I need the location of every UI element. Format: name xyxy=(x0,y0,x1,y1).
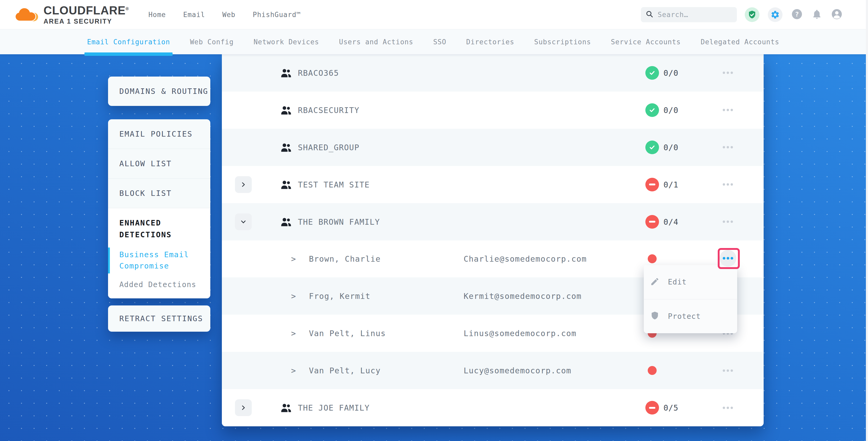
status-badge xyxy=(645,178,659,191)
table-row-user: > Van Pelt, Lucy Lucy@somedemocorp.com xyxy=(222,352,764,389)
tab-email-configuration[interactable]: Email Configuration xyxy=(85,29,173,54)
member-count: 0/5 xyxy=(663,403,678,412)
help-icon[interactable]: ? xyxy=(791,8,803,21)
tab-web-config[interactable]: Web Config xyxy=(187,29,236,54)
top-nav-item[interactable]: PhishGuard™ xyxy=(253,11,301,19)
status-badge xyxy=(645,66,659,80)
group-name: THE BROWN FAMILY xyxy=(298,217,380,226)
user-email: Charlie@somedemocorp.com xyxy=(464,254,587,263)
chevron-right-icon[interactable]: > xyxy=(291,329,296,338)
chevron-right-icon[interactable]: > xyxy=(291,291,296,301)
gear-icon[interactable] xyxy=(768,7,782,22)
pencil-icon xyxy=(650,277,659,287)
cloudflare-logo[interactable]: CLOUDFLARE® AREA 1 SECURITY xyxy=(15,5,129,25)
expand-chevron-button[interactable] xyxy=(235,399,252,416)
sidebar-item-allow-list[interactable]: ALLOW LIST xyxy=(108,149,210,179)
row-menu-button[interactable] xyxy=(717,400,738,416)
user-name: Frog, Kermit xyxy=(309,291,371,301)
menu-item-edit[interactable]: Edit xyxy=(644,265,737,299)
top-nav: HomeEmailWebPhishGuard™ xyxy=(148,11,301,19)
user-email: Linus@somedemocorp.com xyxy=(464,329,577,338)
menu-item-label: Edit xyxy=(668,278,686,286)
sidebar-section-enhanced-detections: ENHANCED DETECTIONS Business Email Compr… xyxy=(108,208,210,298)
tab-network-devices[interactable]: Network Devices xyxy=(251,29,322,54)
user-email: Kermit@somedemocorp.com xyxy=(464,291,582,301)
user-email: Lucy@somedemocorp.com xyxy=(464,366,571,375)
chevron-right-icon[interactable]: > xyxy=(291,366,296,375)
sidebar-item-retract-settings[interactable]: RETRACT SETTINGS xyxy=(108,314,203,323)
top-nav-item[interactable]: Email xyxy=(183,11,205,19)
group-icon xyxy=(281,403,291,413)
sidebar-card-policies: EMAIL POLICIES ALLOW LIST BLOCK LIST ENH… xyxy=(108,119,210,298)
context-menu: EditProtect xyxy=(644,265,737,333)
tab-service-accounts[interactable]: Service Accounts xyxy=(609,29,683,54)
shield-check-icon[interactable] xyxy=(745,7,760,22)
alert-dot xyxy=(648,366,657,375)
alert-dot xyxy=(648,254,657,263)
tab-sso[interactable]: SSO xyxy=(431,29,449,54)
sidebar-item-business-email-compromise[interactable]: Business Email Compromise xyxy=(108,248,199,274)
cloudflare-cloud-icon xyxy=(15,6,39,23)
table-row-group: RBACSECURITY 0/0 xyxy=(222,92,764,129)
expand-chevron-button[interactable] xyxy=(235,213,252,230)
shield-icon xyxy=(650,311,659,321)
sidebar-item-domains-routing[interactable]: DOMAINS & ROUTING xyxy=(108,87,208,96)
top-nav-item[interactable]: Web xyxy=(222,11,236,19)
sidebar-card-domains-routing[interactable]: DOMAINS & ROUTING xyxy=(108,76,210,106)
top-nav-item[interactable]: Home xyxy=(148,11,166,19)
sidebar-item-block-list[interactable]: BLOCK LIST xyxy=(108,179,210,208)
highlight-annotation-box xyxy=(718,248,740,269)
status-badge xyxy=(645,215,659,229)
table-row-group: THE BROWN FAMILY 0/4 xyxy=(222,203,764,241)
search-icon xyxy=(646,10,653,19)
sidebar-item-enhanced-detections[interactable]: ENHANCED DETECTIONS xyxy=(119,217,199,241)
section-tab-bar: Email ConfigurationWeb ConfigNetwork Dev… xyxy=(0,29,868,54)
sidebar-item-email-policies[interactable]: EMAIL POLICIES xyxy=(108,119,210,149)
table-row-group: SHARED_GROUP 0/0 xyxy=(222,129,764,166)
member-count: 0/4 xyxy=(663,217,678,226)
tab-delegated-accounts[interactable]: Delegated Accounts xyxy=(698,29,782,54)
brand-subtitle: AREA 1 SECURITY xyxy=(43,18,129,25)
group-name: RBACO365 xyxy=(298,68,339,77)
tab-directories[interactable]: Directories xyxy=(464,29,517,54)
tab-users-and-actions[interactable]: Users and Actions xyxy=(336,29,416,54)
row-menu-button[interactable] xyxy=(717,177,738,192)
user-name: Van Pelt, Linus xyxy=(309,329,386,338)
row-menu-button[interactable] xyxy=(717,363,738,378)
menu-item-label: Protect xyxy=(668,312,701,321)
scrollbar-track[interactable] xyxy=(866,0,868,441)
page-background: CLOUDFLARE® AREA 1 SECURITY HomeEmailWeb… xyxy=(0,0,868,441)
group-icon xyxy=(281,143,291,152)
row-menu-button[interactable] xyxy=(717,65,738,81)
user-name: Van Pelt, Lucy xyxy=(309,366,381,375)
row-menu-button[interactable] xyxy=(717,214,738,230)
svg-text:?: ? xyxy=(795,10,799,18)
menu-item-protect[interactable]: Protect xyxy=(644,299,737,334)
user-icon[interactable] xyxy=(831,8,843,21)
row-menu-button[interactable] xyxy=(717,102,738,118)
member-count: 0/0 xyxy=(663,105,678,115)
brand-title: CLOUDFLARE® xyxy=(43,5,129,16)
search-input[interactable] xyxy=(657,10,732,19)
group-name: RBACSECURITY xyxy=(298,105,360,115)
sidebar-item-added-detections[interactable]: Added Detections xyxy=(119,280,199,289)
user-name: Brown, Charlie xyxy=(309,254,381,263)
group-icon xyxy=(281,180,291,190)
top-bar: CLOUDFLARE® AREA 1 SECURITY HomeEmailWeb… xyxy=(0,0,868,29)
sidebar-card-retract-settings[interactable]: RETRACT SETTINGS xyxy=(108,306,210,332)
member-count: 0/0 xyxy=(663,143,678,152)
member-count: 0/1 xyxy=(663,180,678,189)
status-badge xyxy=(645,401,659,414)
chevron-right-icon[interactable]: > xyxy=(291,254,296,263)
status-badge xyxy=(645,140,659,154)
table-row-group: RBACO365 0/0 xyxy=(222,54,764,92)
row-menu-button[interactable] xyxy=(717,139,738,155)
group-icon xyxy=(281,217,291,227)
group-table: RBACO365 0/0 RBACSECURITY 0/0 SHARED_GRO… xyxy=(222,54,764,426)
bell-icon[interactable] xyxy=(811,9,823,21)
tab-subscriptions[interactable]: Subscriptions xyxy=(532,29,594,54)
search-box[interactable] xyxy=(641,7,737,22)
status-badge xyxy=(645,103,659,117)
table-row-group: THE JOE FAMILY 0/5 xyxy=(222,389,764,426)
expand-chevron-button[interactable] xyxy=(235,176,252,193)
